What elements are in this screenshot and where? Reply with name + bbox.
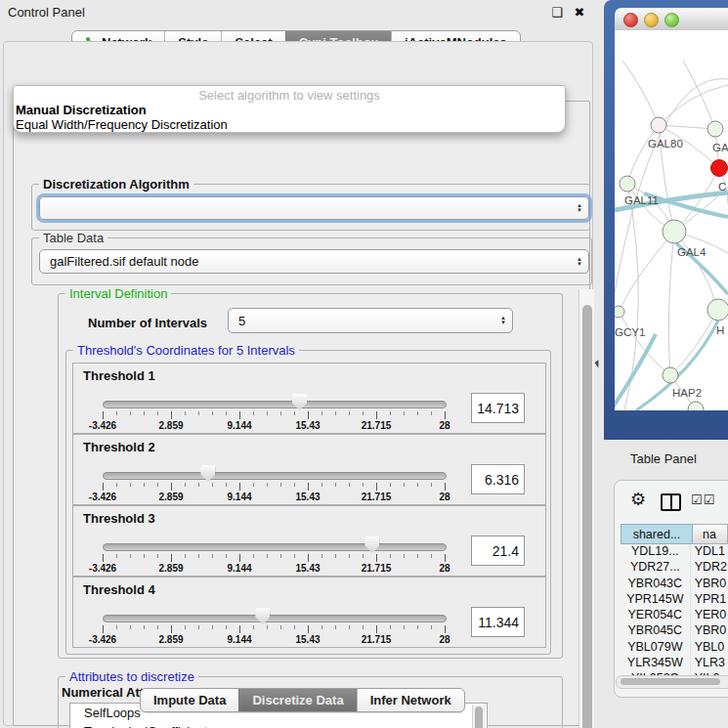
tick-label: 15.43	[295, 492, 320, 502]
network-edge[interactable]	[674, 232, 718, 310]
tab-impute-data[interactable]: Impute Data	[141, 689, 238, 711]
tick-label: 15.43	[295, 420, 320, 431]
tick-label: 2.859	[158, 634, 183, 645]
settings-viewport: Interval Definition Number of Intervals …	[31, 289, 577, 728]
cell-shared-name: YDL19...	[621, 544, 691, 560]
tick-mark	[239, 483, 240, 491]
tick-mark	[103, 483, 104, 491]
threshold-value-input[interactable]: 11.344	[471, 607, 525, 637]
table-hscrollbar-thumb[interactable]	[621, 678, 720, 685]
network-window-titlebar[interactable]	[615, 8, 728, 31]
table-row[interactable]: YDL19...YDL1	[621, 544, 728, 560]
combo-stepper-icon: ▲▼	[577, 257, 582, 267]
network-edge[interactable]	[659, 85, 728, 125]
tick-mark	[335, 554, 336, 558]
network-edge[interactable]	[659, 125, 715, 129]
network-node-ga[interactable]	[707, 121, 723, 137]
attributes-group-label: Attributes to discretize	[65, 669, 198, 684]
select-columns-icon[interactable]: ☑☑	[691, 492, 715, 507]
minimize-traffic-icon[interactable]	[644, 13, 659, 27]
network-edge-highlighted[interactable]	[615, 334, 656, 410]
threshold-slider[interactable]: -3.4262.8599.14415.4321.71528	[73, 391, 484, 432]
number-of-intervals-combobox[interactable]: 5 ▲▼	[228, 308, 513, 333]
table-row[interactable]: YBL079WYBL0	[621, 640, 728, 656]
cell-shared-name: YBL079W	[621, 640, 691, 656]
tick-mark	[280, 411, 281, 415]
threshold-value-input[interactable]: 14.713	[471, 393, 525, 423]
tick-mark	[267, 554, 268, 558]
table-data-combobox[interactable]: galFiltered.sif default node ▲▼	[39, 249, 589, 274]
network-node-h[interactable]	[707, 299, 728, 321]
tick-label: 21.715	[362, 563, 392, 574]
table-row[interactable]: YER054CYER0	[621, 608, 728, 623]
algorithm-combobox[interactable]: ▲▼	[39, 196, 589, 220]
gear-icon[interactable]: ⚙	[630, 489, 646, 510]
tick-mark	[239, 411, 240, 419]
network-edge[interactable]	[670, 310, 718, 375]
table-row[interactable]: YBR043CYBR0	[621, 577, 728, 592]
tick-mark	[404, 625, 405, 629]
threshold-slider[interactable]: -3.4262.8599.14415.4321.71528	[73, 605, 484, 646]
tick-label: 28	[439, 634, 450, 645]
network-edge[interactable]	[619, 312, 670, 375]
tick-mark	[185, 554, 186, 558]
network-node-c[interactable]	[711, 160, 728, 177]
table-hscrollbar[interactable]	[616, 675, 728, 689]
tick-mark	[198, 625, 199, 629]
table-row[interactable]: YDR27...YDR2	[621, 560, 728, 576]
algorithm-options: Manual DiscretizationEqual Width/Frequen…	[14, 103, 565, 132]
network-node-gcy1[interactable]	[615, 306, 624, 318]
close-traffic-icon[interactable]	[623, 13, 638, 27]
threshold-slider[interactable]: -3.4262.8599.14415.4321.71528	[73, 534, 484, 575]
network-node-gal80[interactable]	[651, 117, 666, 133]
algorithm-option-equal-width-frequency-discretization[interactable]: Equal Width/Frequency Discretization	[14, 117, 565, 132]
network-node-partial[interactable]	[688, 402, 704, 410]
column-header-shared-name[interactable]: shared...	[621, 524, 693, 544]
float-panel-icon[interactable]: ❑	[550, 5, 564, 20]
table-row[interactable]: YLR345WYLR3	[621, 656, 728, 671]
table-row[interactable]: YPR145WYPR1	[621, 592, 728, 608]
panel-scrollbar-thumb[interactable]	[582, 305, 592, 728]
tick-label: 28	[439, 492, 450, 502]
tick-mark	[321, 625, 322, 629]
threshold-value-input[interactable]: 21.4	[471, 535, 525, 566]
network-node-hap2[interactable]	[663, 367, 678, 383]
tick-mark	[212, 483, 213, 487]
network-edge[interactable]	[619, 232, 674, 312]
tab-discretize-data[interactable]: Discretize Data	[238, 689, 356, 711]
close-icon[interactable]: ✖	[573, 5, 586, 20]
table-row[interactable]: YBR045CYBR0	[621, 623, 728, 639]
tick-mark	[130, 625, 131, 629]
tick-mark	[321, 483, 322, 487]
tick-mark	[198, 411, 199, 415]
network-node-gal4[interactable]	[663, 220, 686, 243]
tick-mark	[116, 554, 117, 558]
split-view-icon[interactable]	[661, 493, 681, 511]
tick-mark	[363, 625, 364, 629]
tick-mark	[308, 411, 309, 419]
table-panel-title: Table Panel	[630, 451, 697, 466]
algorithm-option-manual-discretization[interactable]: Manual Discretization	[14, 103, 565, 117]
threshold-value-input[interactable]: 6.316	[471, 464, 525, 494]
threshold-slider[interactable]: -3.4262.8599.14415.4321.71528	[73, 462, 484, 503]
zoom-traffic-icon[interactable]	[664, 13, 679, 27]
list-scrollbar[interactable]	[472, 705, 486, 728]
tick-label: 9.144	[227, 634, 251, 645]
network-edge[interactable]	[668, 232, 674, 375]
tick-mark	[294, 483, 295, 487]
screenshot-root: Control Panel ❑ ✖ NetworkStyleSelectCyni…	[0, 0, 728, 728]
attribute-item[interactable]: TopologicalCoefficient	[70, 722, 487, 728]
network-edge[interactable]	[622, 61, 659, 125]
interval-definition-label: Interval Definition	[65, 289, 171, 301]
network-node-gal11[interactable]	[620, 176, 635, 192]
tick-mark	[390, 625, 391, 629]
tick-mark	[253, 411, 254, 415]
list-scrollbar-thumb[interactable]	[475, 707, 483, 728]
network-edge[interactable]	[627, 125, 659, 184]
tick-mark	[335, 411, 336, 415]
column-header-name[interactable]: na	[693, 524, 728, 544]
tab-label: Infer Network	[370, 693, 451, 707]
tab-infer-network[interactable]: Infer Network	[357, 689, 464, 711]
tick-mark	[157, 554, 158, 558]
network-canvas[interactable]: GAL80GACGAL11GAL4GCY1HHAP2	[615, 30, 728, 410]
